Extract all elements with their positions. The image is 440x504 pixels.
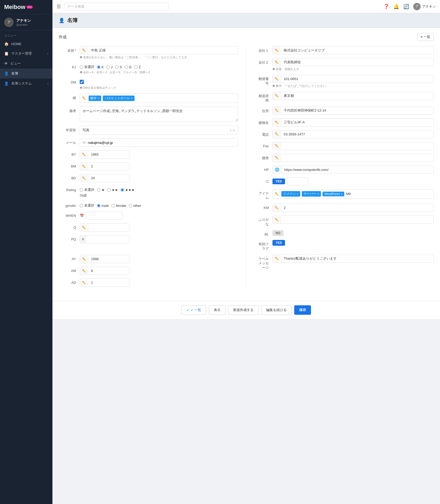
gender-other[interactable]: other (129, 204, 141, 208)
edit-icon-name[interactable]: ✏️ (80, 47, 88, 54)
refresh-icon[interactable]: 🔄 (403, 4, 409, 9)
valid-flag-toggle[interactable]: YES (272, 240, 285, 246)
rating-unselected[interactable]: 未選択 (80, 187, 94, 192)
tel-input[interactable] (281, 130, 433, 138)
fax-input[interactable] (281, 142, 433, 150)
gender-female[interactable]: female (111, 204, 126, 208)
field-km-content: ✏️ (272, 204, 434, 212)
sidebar-item-home[interactable]: 🏠 HOME (0, 39, 52, 49)
am-input[interactable] (88, 267, 130, 275)
edit-icon-furigana[interactable]: ✏️ (273, 216, 281, 223)
edit-icon-zip[interactable]: ✏️ (273, 76, 281, 82)
kj-option-unselected[interactable]: 未選択 (80, 65, 94, 69)
zip-input[interactable] (281, 75, 433, 83)
edit-icon-company2[interactable]: ✏️ (273, 59, 281, 66)
dm-checkbox[interactable] (80, 80, 84, 84)
sidebar-item-view[interactable]: 👁 ビュー (0, 59, 52, 69)
kj-option-z[interactable]: Z (134, 65, 141, 69)
gender-unselected[interactable]: 未選択 (80, 203, 94, 208)
en-tags-input[interactable]: ✏️ 醸学 × バスケットボール × (80, 93, 238, 103)
name-input[interactable] (88, 46, 238, 54)
sidebar-item-meibo[interactable]: 👤 名簿 (0, 69, 52, 78)
company1-input[interactable] (281, 46, 433, 54)
edit-icon-en[interactable]: ✏️ (82, 96, 86, 100)
sidebar: Meibow Pro ア アナキン @anakin メニュー 🏠 HOME 📋 … (0, 0, 52, 504)
kj-option-k[interactable]: K (97, 65, 104, 69)
label-message-input[interactable] (281, 255, 433, 262)
nengazou-clear[interactable]: × (230, 128, 232, 132)
km-input[interactable] (281, 204, 433, 212)
edit-icon-km[interactable]: ✏️ (273, 204, 281, 211)
biko-input[interactable]: ホームページ作成,空海,マンダラ,テッドネルソン,西順一郎先生 (80, 107, 238, 121)
tag-en1: 醸学 × (89, 96, 101, 101)
search-input[interactable] (64, 3, 169, 10)
list-button[interactable]: ≡ 一覧 (417, 33, 434, 41)
when-input[interactable] (86, 212, 123, 220)
globe-icon: 🌐 (273, 166, 282, 173)
tag-server-remove[interactable]: × (317, 192, 319, 196)
ad-input[interactable] (88, 279, 130, 286)
sidebar-item-master[interactable]: 📋 マスター管理 › (0, 49, 52, 59)
q-input[interactable] (88, 224, 130, 231)
edit-icon-am[interactable]: ✏️ (80, 267, 88, 274)
hamburger-icon[interactable]: ☰ (57, 4, 61, 9)
kj-option-j[interactable]: J (106, 65, 113, 69)
bell-icon[interactable]: 🔔 (393, 4, 399, 9)
edit-icon-prefecture[interactable]: ✏️ (273, 92, 281, 99)
kj-option-s[interactable]: S (115, 65, 122, 69)
rating-1star[interactable]: ★ (97, 188, 105, 192)
edit-icon-bm[interactable]: ✏️ (80, 163, 88, 170)
new-create-button[interactable]: 新規作成する (228, 305, 259, 315)
edit-icon-by[interactable]: ✏️ (80, 151, 88, 158)
edit-icon-building[interactable]: ✏️ (273, 119, 281, 126)
bl-toggle[interactable]: NO (272, 230, 283, 236)
address-input[interactable] (281, 107, 433, 114)
gender-male[interactable]: male (97, 204, 109, 208)
rating-3star[interactable]: ★★★ (121, 188, 135, 192)
ay-input[interactable] (88, 255, 130, 263)
edit-icon-items[interactable]: ✏️ (275, 192, 279, 196)
furigana-input[interactable] (281, 216, 433, 223)
tag-domain-remove[interactable]: × (297, 192, 298, 196)
bm-input[interactable] (88, 162, 130, 170)
hp-input[interactable] (282, 166, 433, 174)
help-icon[interactable]: ❓ (383, 4, 389, 9)
edit-icon-bd[interactable]: ✏️ (80, 175, 88, 182)
edit-icon-ay[interactable]: ✏️ (80, 256, 88, 262)
edit-icon-label-message[interactable]: ✏️ (273, 255, 281, 262)
list-footer-button[interactable]: ✓ ✓ 一覧 (181, 305, 206, 315)
edit-icon-ad[interactable]: ✏️ (80, 279, 88, 286)
mobile-input[interactable] (281, 154, 433, 162)
field-bm: BM ✏️ (59, 162, 238, 170)
edit-icon-q[interactable]: ✏️ (80, 224, 88, 231)
tag-en1-remove[interactable]: × (98, 97, 99, 100)
edit-icon-address[interactable]: ✏️ (273, 107, 281, 114)
nengazou-value: 写真 (83, 128, 230, 133)
pq-input[interactable] (86, 235, 130, 243)
kj-option-g[interactable]: G (125, 65, 132, 69)
edit-icon-company1[interactable]: ✏️ (273, 47, 281, 54)
edit-icon-fax[interactable]: ✏️ (273, 143, 281, 149)
by-input[interactable] (88, 151, 130, 158)
c-input[interactable] (287, 177, 308, 186)
items-tags-input[interactable]: ✏️ ドメイン × サーバー × WordPress × M9 (272, 189, 434, 199)
building-input[interactable] (281, 119, 433, 126)
bd-input[interactable] (88, 174, 130, 182)
show-button[interactable]: 表示 (209, 305, 226, 315)
prefecture-input[interactable] (281, 92, 433, 100)
by-input-wrapper: ✏️ (80, 150, 130, 159)
sidebar-item-meibo-system[interactable]: 👤 名簿システム › (0, 78, 52, 88)
tag-en2-remove[interactable]: × (131, 97, 132, 100)
am-input-wrapper: ✏️ (80, 267, 130, 275)
continue-edit-button[interactable]: 編集を続ける (261, 305, 292, 315)
nengazou-select[interactable]: 写真 × ▼ (80, 126, 238, 135)
edit-icon-tel[interactable]: ✏️ (273, 131, 281, 138)
rating-2star[interactable]: ★★ (107, 188, 118, 192)
c-toggle[interactable]: YES (272, 178, 285, 184)
tag-wordpress-remove[interactable]: × (341, 192, 342, 196)
save-button[interactable]: 保存 (294, 305, 311, 315)
edit-icon-mobile[interactable]: ✏️ (273, 154, 281, 161)
label-mail: メール (59, 138, 80, 145)
mail-input[interactable] (88, 141, 235, 145)
company2-input[interactable] (281, 58, 433, 66)
